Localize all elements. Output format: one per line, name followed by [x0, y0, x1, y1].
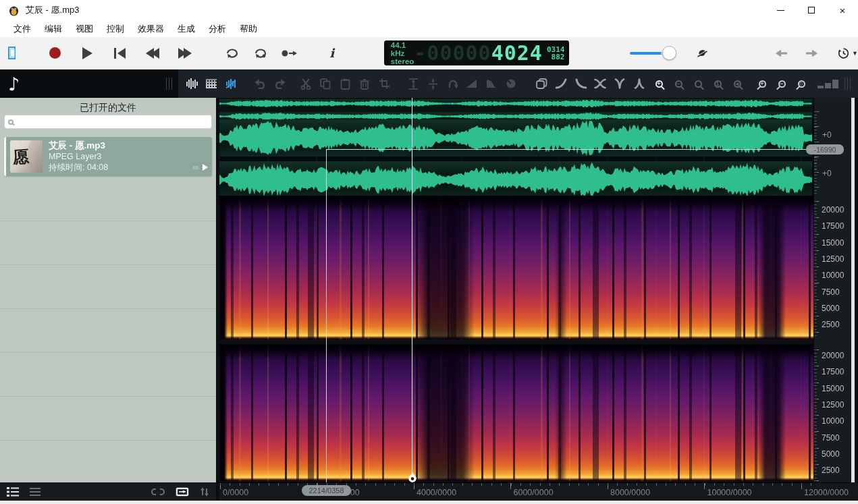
skip-start-button[interactable]	[110, 42, 130, 65]
nav-back-button[interactable]	[772, 42, 792, 65]
menu-file[interactable]: 文件	[7, 21, 38, 37]
toolbar-drag-handle-icon[interactable]	[844, 78, 851, 90]
minimap-toggle-button[interactable]	[176, 487, 189, 497]
file-duration: 持续时间: 04:08	[49, 162, 108, 173]
attenuate-button[interactable]	[426, 77, 439, 90]
merge-button[interactable]	[633, 77, 646, 90]
cut-button[interactable]	[299, 77, 313, 90]
view-waveform-button[interactable]	[185, 77, 198, 90]
delete-button[interactable]	[358, 77, 371, 90]
time-cursor-badge: 2214/0358	[302, 485, 351, 496]
scale-column[interactable]: +0 +0 -16990 20000 17500 15000 12500 100…	[813, 98, 851, 482]
file-search-box[interactable]	[4, 115, 212, 129]
amplify-button[interactable]	[406, 77, 420, 90]
history-button[interactable]: ▼	[838, 42, 858, 65]
split-icon	[614, 78, 625, 89]
frequency-scale-right: 20000 17500 15000 12500 10000 7500 5000 …	[814, 345, 851, 487]
quiet-band	[219, 344, 227, 481]
file-panel-title: 已打开的文件	[0, 98, 216, 114]
menu-generate[interactable]: 生成	[171, 21, 202, 37]
split-button[interactable]	[613, 77, 626, 90]
speaker-mute-icon	[695, 47, 709, 60]
view-spectrogram-button[interactable]	[205, 77, 218, 90]
crop-icon	[379, 78, 390, 89]
quiet-band	[415, 344, 475, 481]
zoom-out-button[interactable]: −	[672, 77, 685, 90]
redo-button[interactable]	[273, 77, 286, 90]
volume-thumb[interactable]	[662, 46, 676, 60]
file-play-icon[interactable]	[203, 164, 208, 171]
fade-out-button[interactable]	[485, 77, 498, 90]
link-files-button[interactable]	[151, 488, 165, 496]
mute-button[interactable]	[692, 42, 712, 65]
list-detail-view-button[interactable]	[7, 487, 19, 497]
trim-button[interactable]	[377, 77, 391, 90]
timeline-label: 12000/0000	[804, 488, 849, 497]
zoom-fit-button[interactable]	[691, 77, 705, 90]
sort-arrows-button[interactable]	[200, 487, 209, 497]
copy-button[interactable]	[319, 77, 332, 90]
crossfade-button[interactable]	[593, 77, 607, 90]
panel-toggle-button[interactable]	[8, 47, 16, 59]
app-window: 艾辰 - 愿.mp3 × 文件 编辑 视图 控制 效果器 生成 分析 帮助	[0, 0, 858, 504]
view-combined-button[interactable]	[224, 77, 238, 90]
vzoom-in-button[interactable]: +	[755, 77, 769, 90]
vzoom-reset-icon: ○	[798, 80, 805, 88]
fade-in-button[interactable]	[465, 77, 479, 90]
paste-button[interactable]	[338, 77, 352, 90]
close-button[interactable]: ×	[827, 0, 858, 20]
record-button[interactable]	[45, 42, 65, 65]
timeline-ruler[interactable]: 0/0000 2000/0000 4000/0000 6000/0000 800…	[219, 482, 813, 501]
curve-down-icon	[575, 78, 587, 89]
scissors-icon	[300, 78, 311, 90]
loop-button[interactable]	[222, 42, 242, 65]
waveform-overview[interactable]	[219, 98, 813, 119]
search-input[interactable]	[14, 117, 211, 127]
fast-forward-button[interactable]	[175, 42, 195, 65]
rewind-button[interactable]	[142, 42, 163, 65]
play-button[interactable]	[78, 42, 98, 65]
volume-slider[interactable]	[630, 47, 666, 60]
spectrogram-left[interactable]	[219, 196, 813, 339]
zoom-one-button[interactable]: 1	[711, 77, 724, 90]
curve-up-button[interactable]	[554, 77, 568, 90]
amplitude-cursor-badge: -16990	[806, 144, 844, 155]
frame-top: 0314	[547, 46, 565, 53]
menu-view[interactable]: 视图	[69, 21, 100, 37]
merge-icon	[634, 78, 645, 89]
record-append-button[interactable]	[279, 42, 299, 65]
gain-button[interactable]	[504, 77, 518, 90]
quiet-band	[219, 196, 227, 339]
vzoom-reset-button[interactable]: ○	[795, 77, 808, 90]
vzoom-out-button[interactable]: −	[775, 77, 788, 90]
drag-handle-icon[interactable]	[166, 78, 173, 90]
info-button[interactable]: i	[322, 42, 342, 65]
zoom-in-button[interactable]: +	[652, 77, 666, 90]
clone-button[interactable]	[535, 77, 548, 90]
menu-control[interactable]: 控制	[100, 21, 131, 37]
curve-down-button[interactable]	[574, 77, 587, 90]
zoom-back-icon: ◂	[734, 80, 741, 88]
waveform-view[interactable]	[219, 119, 813, 196]
editor-canvas[interactable]	[216, 98, 813, 482]
music-note-icon: ♪	[8, 74, 20, 94]
reverse-button[interactable]	[446, 77, 459, 90]
undo-button[interactable]	[253, 77, 267, 90]
loop-selection-button[interactable]	[250, 42, 271, 65]
fade-out-icon	[486, 79, 497, 88]
list-compact-view-button[interactable]	[30, 488, 41, 496]
volume-track[interactable]	[630, 52, 666, 55]
menu-edit[interactable]: 编辑	[38, 21, 69, 37]
menu-effects[interactable]: 效果器	[131, 21, 171, 37]
zoom-back-button[interactable]: ◂	[730, 77, 744, 90]
levels-button[interactable]	[821, 77, 834, 90]
menu-help[interactable]: 帮助	[233, 21, 264, 37]
ghost-digits: -00000	[414, 41, 491, 65]
zoom-fit-icon	[695, 80, 702, 88]
nav-forward-button[interactable]	[801, 42, 822, 65]
spectrogram-right[interactable]	[219, 344, 813, 481]
minimize-button[interactable]	[765, 0, 796, 20]
file-list-item[interactable]: 愿 艾辰 - 愿.mp3 MPEG Layer3 持续时间: 04:08 ∞	[4, 137, 212, 176]
menu-analyze[interactable]: 分析	[202, 21, 233, 37]
maximize-button[interactable]	[796, 0, 827, 20]
